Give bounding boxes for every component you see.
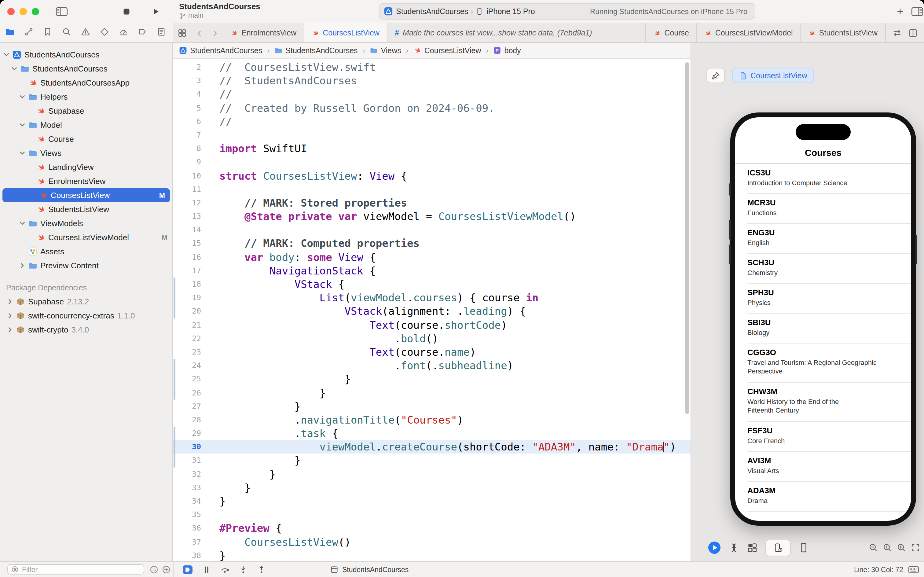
sidebar-item-studentsandcourses[interactable]: StudentsAndCourses (0, 48, 172, 62)
line-number[interactable]: 31 (173, 454, 201, 467)
code-line-21[interactable]: 21 Text(course.shortCode) (173, 318, 691, 332)
disclosure-down-icon[interactable] (11, 64, 20, 73)
disclosure-down-icon[interactable] (19, 121, 28, 130)
back-button[interactable]: ‹ (191, 23, 207, 42)
bookmark-navigator-button[interactable] (43, 27, 53, 39)
sidebar-item-courseslistview[interactable]: CoursesListViewM (2, 188, 170, 202)
line-number[interactable]: 3 (173, 74, 201, 87)
breadcrumb-item-studentsandcourses[interactable]: StudentsAndCourses (274, 46, 357, 55)
disclosure-right-icon[interactable] (7, 297, 16, 306)
clock-icon[interactable] (149, 565, 159, 575)
code-line-12[interactable]: 12 // MARK: Stored properties (173, 196, 691, 210)
line-number[interactable]: 23 (173, 345, 201, 359)
code-line-8[interactable]: 8import SwiftUI (173, 142, 691, 155)
disclosure-down-icon[interactable] (19, 219, 28, 228)
package-item-supabase[interactable]: Supabase2.13.2 (0, 295, 172, 309)
add-filter-icon[interactable] (161, 565, 171, 575)
sourcecontrol-navigator-button[interactable] (24, 27, 34, 39)
zoom-out-icon[interactable] (868, 543, 878, 553)
process-selector[interactable]: StudentsAndCourses (330, 562, 409, 577)
zoom-window-button[interactable] (32, 8, 39, 15)
code-line-9[interactable]: 9 (173, 156, 691, 169)
course-row-fsf3u[interactable]: FSF3UCore French (735, 422, 911, 452)
line-number[interactable]: 32 (173, 467, 201, 481)
live-preview-icon[interactable] (708, 541, 721, 554)
code-line-7[interactable]: 7 (173, 128, 691, 142)
course-row-eng3u[interactable]: ENG3UEnglish (735, 224, 911, 254)
sidebar-item-studentslistview[interactable]: StudentsListView (0, 202, 172, 216)
line-number[interactable]: 13 (173, 210, 201, 223)
line-number[interactable]: 34 (173, 495, 201, 508)
line-number[interactable]: 10 (173, 169, 201, 182)
line-number[interactable]: 19 (173, 291, 201, 305)
sidebar-item-assets[interactable]: Assets (0, 245, 172, 259)
line-number[interactable]: 24 (173, 359, 201, 372)
sidebar-item-preview-content[interactable]: Preview Content (0, 259, 172, 272)
line-number[interactable]: 9 (173, 156, 201, 169)
zoom-fit-icon[interactable] (911, 543, 920, 553)
editor-scrollbar[interactable] (685, 62, 689, 414)
course-row-ada3m[interactable]: ADA3MDrama (735, 482, 911, 512)
run-button[interactable] (149, 6, 163, 17)
editor-layout-button[interactable] (911, 6, 924, 17)
sidebar-item-supabase[interactable]: Supabase (0, 104, 172, 118)
line-number[interactable]: 30 (173, 440, 201, 454)
code-line-35[interactable]: 35 (173, 508, 691, 521)
disclosure-right-icon[interactable] (19, 261, 28, 270)
line-number[interactable]: 29 (173, 427, 201, 440)
tab-made-the-courses-list-view-show-static-d[interactable]: #Made the courses list view...show stati… (388, 23, 646, 42)
reports-navigator-button[interactable] (156, 27, 166, 39)
line-number[interactable]: 7 (173, 128, 201, 142)
disclosure-down-icon[interactable] (19, 148, 28, 158)
code-line-19[interactable]: 19 List(viewModel.courses) { course in (173, 291, 691, 305)
tab-courseslistview[interactable]: CoursesListView (304, 23, 388, 42)
columns-icon[interactable] (908, 28, 918, 38)
pause-icon[interactable] (202, 565, 211, 575)
code-line-5[interactable]: 5// Created by Russell Gordon on 2024-06… (173, 101, 691, 114)
course-row-sbi3u[interactable]: SBI3UBiology (735, 314, 911, 343)
keyboard-icon[interactable] (908, 564, 919, 575)
breadcrumb-item-studentsandcourses[interactable]: StudentsAndCourses (179, 46, 262, 55)
disclosure-right-icon[interactable] (7, 311, 16, 320)
breadcrumb-item-courseslistview[interactable]: CoursesListView (414, 46, 481, 55)
course-row-sph3u[interactable]: SPH3UPhysics (735, 284, 911, 314)
code-line-18[interactable]: 18 VStack { (173, 277, 691, 291)
code-line-4[interactable]: 4// (173, 88, 691, 101)
tab-overview-button[interactable] (173, 23, 191, 42)
line-number[interactable]: 37 (173, 535, 201, 549)
add-editor-button[interactable]: + (893, 6, 907, 17)
line-number[interactable]: 17 (173, 264, 201, 277)
code-line-23[interactable]: 23 Text(course.name) (173, 345, 691, 359)
line-number[interactable]: 6 (173, 115, 201, 128)
sidebar-item-courseslistviewmodel[interactable]: CoursesListViewModelM (0, 230, 172, 245)
code-line-33[interactable]: 33 } (173, 481, 691, 495)
code-line-24[interactable]: 24 .font(.subheadline) (173, 359, 691, 372)
close-window-button[interactable] (7, 8, 14, 15)
line-number[interactable]: 22 (173, 332, 201, 345)
code-line-29[interactable]: 29 .task { (173, 427, 691, 440)
code-line-20[interactable]: 20 VStack(alignment: .leading) { (173, 305, 691, 318)
line-number[interactable]: 20 (173, 305, 201, 318)
sidebar-item-enrolmentsview[interactable]: EnrolmentsView (0, 174, 172, 188)
line-number[interactable]: 15 (173, 237, 201, 250)
code-line-34[interactable]: 34} (173, 495, 691, 508)
sidebar-toggle-button[interactable] (55, 6, 68, 17)
breakpoint-toggle-icon[interactable] (182, 564, 193, 575)
course-row-mcr3u[interactable]: MCR3UFunctions (735, 194, 911, 224)
line-number[interactable]: 25 (173, 372, 201, 386)
line-number[interactable]: 21 (173, 318, 201, 332)
package-item-swift-concurrency-extras[interactable]: swift-concurrency-extras1.1.0 (0, 309, 172, 323)
course-row-ics3u[interactable]: ICS3UIntroduction to Computer Science (735, 164, 911, 194)
line-number[interactable]: 5 (173, 101, 201, 114)
package-item-swift-crypto[interactable]: swift-crypto3.4.0 (0, 323, 172, 337)
step-in-icon[interactable] (238, 565, 248, 575)
code-line-26[interactable]: 26 } (173, 386, 691, 400)
minimize-window-button[interactable] (19, 8, 27, 15)
code-editor[interactable]: 2// CoursesListView.swift3// StudentsAnd… (173, 59, 691, 561)
device-settings-button[interactable] (765, 539, 791, 556)
code-line-36[interactable]: 36#Preview { (173, 522, 691, 535)
pin-preview-button[interactable] (707, 68, 725, 83)
code-line-31[interactable]: 31 } (173, 454, 691, 467)
breadcrumb-item-views[interactable]: Views (370, 46, 401, 55)
run-destination[interactable]: iPhone 15 Pro (486, 7, 535, 16)
